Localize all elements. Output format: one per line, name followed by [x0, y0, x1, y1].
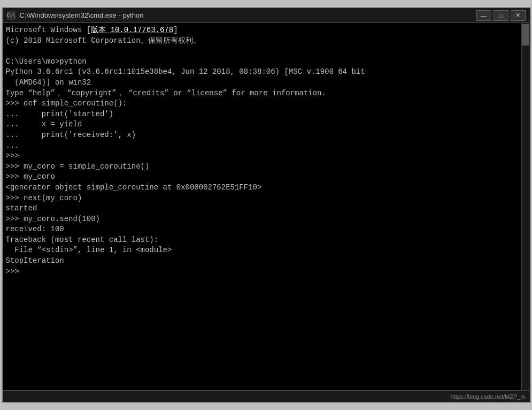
maximize-button[interactable]: □ — [494, 10, 508, 21]
terminal-line: ... x = yield — [6, 119, 518, 130]
terminal-line: >>> — [6, 151, 518, 162]
cmd-window: C:\ C:\Windows\system32\cmd.exe - python… — [2, 7, 531, 403]
terminal-content[interactable]: Microsoft Windows [版本 10.0.17763.678] (c… — [3, 23, 521, 390]
terminal-line: started — [6, 203, 518, 214]
terminal-line: (c) 2018 Microsoft Corporation。保留所有权利。 — [6, 36, 518, 47]
terminal-line: ... — [6, 141, 518, 151]
window-title: C:\Windows\system32\cmd.exe - python — [20, 11, 144, 19]
title-bar-left: C:\ C:\Windows\system32\cmd.exe - python — [7, 11, 144, 20]
terminal-line: Microsoft Windows [版本 10.0.17763.678] — [6, 25, 518, 36]
terminal-body: Microsoft Windows [版本 10.0.17763.678] (c… — [3, 23, 530, 390]
terminal-line: Traceback (most recent call last): — [6, 235, 518, 246]
cmd-icon: C:\ — [7, 11, 16, 20]
terminal-line: ... print('received:', x) — [6, 130, 518, 141]
terminal-line: >>> my_coro.send(100) — [6, 214, 518, 225]
title-bar: C:\ C:\Windows\system32\cmd.exe - python… — [3, 8, 530, 23]
terminal-line: Python 3.6.6rc1 (v3.6.6rc1:1015e38be4, J… — [6, 67, 518, 78]
terminal-line: <generator object simple_coroutine at 0x… — [6, 183, 518, 193]
terminal-line: >>> def simple_coroutine(): — [6, 98, 518, 109]
terminal-line: >>> my_coro = simple_coroutine() — [6, 162, 518, 172]
terminal-line: (AMD64)] on win32 — [6, 78, 518, 88]
terminal-line: StopIteration — [6, 256, 518, 267]
scrollbar-thumb[interactable] — [522, 24, 529, 45]
terminal-line — [6, 46, 518, 57]
terminal-line: File “<stdin>”, line 1, in <module> — [6, 245, 518, 256]
terminal-line: received: 100 — [6, 224, 518, 235]
scrollbar[interactable] — [521, 23, 530, 390]
terminal-line: ... print('started') — [6, 109, 518, 120]
terminal-line: >>> — [6, 267, 518, 277]
minimize-button[interactable]: — — [476, 10, 491, 21]
url-text: https://blog.csdn.net/MZP_m — [450, 393, 525, 400]
close-button[interactable]: ✕ — [511, 10, 526, 21]
terminal-line: >>> next(my_coro) — [6, 193, 518, 204]
terminal-line: Type “help”， “copyright”， “credits” or “… — [6, 88, 518, 99]
terminal-line: >>> my_coro — [6, 172, 518, 183]
url-bar: https://blog.csdn.net/MZP_m — [3, 390, 530, 402]
window-controls: — □ ✕ — [476, 10, 526, 21]
terminal-line: C:\Users\mo>python — [6, 57, 518, 67]
